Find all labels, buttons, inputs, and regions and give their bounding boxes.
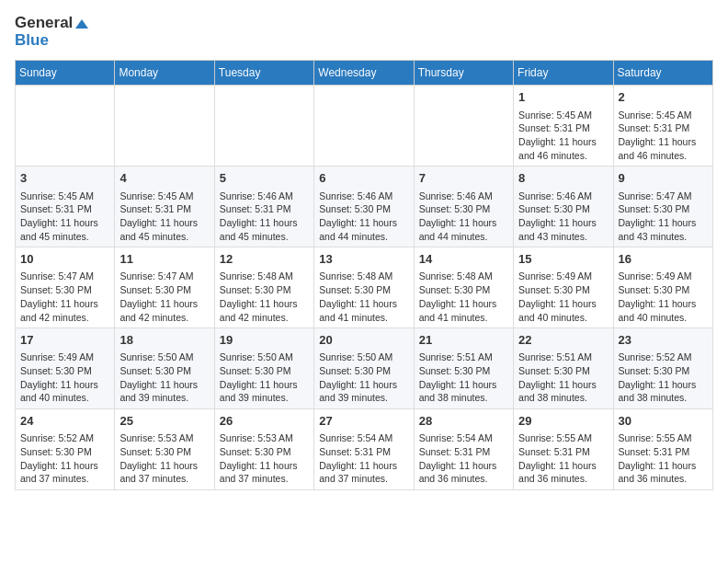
day-number: 19 xyxy=(220,332,309,349)
calendar-day: 15Sunrise: 5:49 AMSunset: 5:30 PMDayligh… xyxy=(514,247,613,328)
calendar-day: 9Sunrise: 5:47 AMSunset: 5:30 PMDaylight… xyxy=(613,167,712,247)
calendar-day: 3Sunrise: 5:45 AMSunset: 5:31 PMDaylight… xyxy=(16,167,115,247)
day-info: Sunset: 5:31 PM xyxy=(619,445,708,459)
day-info: Daylight: 11 hours and 44 minutes. xyxy=(319,216,408,243)
day-info: Sunset: 5:30 PM xyxy=(518,202,608,216)
day-info: Sunset: 5:30 PM xyxy=(619,202,708,216)
day-info: Sunrise: 5:48 AM xyxy=(419,270,508,283)
day-info: Sunrise: 5:46 AM xyxy=(220,190,309,203)
day-info: Daylight: 11 hours and 38 minutes. xyxy=(619,378,708,405)
day-info: Daylight: 11 hours and 46 minutes. xyxy=(518,135,608,162)
day-info: Sunset: 5:30 PM xyxy=(319,202,408,216)
day-info: Sunset: 5:31 PM xyxy=(419,445,508,459)
calendar-day: 5Sunrise: 5:46 AMSunset: 5:31 PMDaylight… xyxy=(214,167,313,247)
day-info: Sunset: 5:30 PM xyxy=(419,283,508,297)
day-number: 6 xyxy=(319,170,408,187)
calendar-day: 12Sunrise: 5:48 AMSunset: 5:30 PMDayligh… xyxy=(214,247,313,328)
day-info: Daylight: 11 hours and 42 minutes. xyxy=(220,297,309,324)
calendar-day xyxy=(214,86,313,167)
day-info: Sunrise: 5:54 AM xyxy=(319,431,408,445)
weekday-header-thursday: Thursday xyxy=(414,61,513,86)
day-info: Daylight: 11 hours and 36 minutes. xyxy=(518,459,608,486)
day-info: Sunrise: 5:55 AM xyxy=(619,431,708,445)
day-number: 30 xyxy=(619,413,708,430)
calendar-day: 20Sunrise: 5:50 AMSunset: 5:30 PMDayligh… xyxy=(314,328,414,409)
day-info: Sunset: 5:31 PM xyxy=(518,445,608,459)
day-info: Sunset: 5:31 PM xyxy=(220,202,309,216)
day-info: Sunset: 5:31 PM xyxy=(619,121,708,135)
calendar-week-3: 17Sunrise: 5:49 AMSunset: 5:30 PMDayligh… xyxy=(16,328,713,409)
day-info: Sunrise: 5:49 AM xyxy=(518,270,608,283)
day-info: Sunset: 5:30 PM xyxy=(220,283,309,297)
day-info: Sunrise: 5:46 AM xyxy=(319,190,408,203)
weekday-header-sunday: Sunday xyxy=(16,61,115,86)
day-info: Sunset: 5:30 PM xyxy=(419,364,508,378)
day-info: Sunset: 5:30 PM xyxy=(20,445,109,459)
calendar-day xyxy=(16,86,115,167)
day-number: 5 xyxy=(220,170,309,187)
calendar-day xyxy=(115,86,214,167)
day-info: Daylight: 11 hours and 40 minutes. xyxy=(518,297,608,324)
day-info: Sunrise: 5:51 AM xyxy=(419,350,508,364)
day-info: Sunset: 5:30 PM xyxy=(518,364,608,378)
calendar-day: 23Sunrise: 5:52 AMSunset: 5:30 PMDayligh… xyxy=(613,328,712,409)
day-number: 15 xyxy=(518,251,608,268)
calendar-day: 28Sunrise: 5:54 AMSunset: 5:31 PMDayligh… xyxy=(414,409,513,490)
day-info: Daylight: 11 hours and 39 minutes. xyxy=(119,378,209,405)
day-info: Sunrise: 5:45 AM xyxy=(20,190,109,203)
day-info: Sunset: 5:30 PM xyxy=(119,283,209,297)
day-info: Daylight: 11 hours and 38 minutes. xyxy=(419,378,508,405)
day-number: 24 xyxy=(20,413,109,430)
day-info: Sunrise: 5:46 AM xyxy=(518,190,608,203)
page-header: General Blue xyxy=(15,15,713,49)
day-info: Sunrise: 5:52 AM xyxy=(20,431,109,445)
calendar-day: 8Sunrise: 5:46 AMSunset: 5:30 PMDaylight… xyxy=(514,167,613,247)
day-info: Daylight: 11 hours and 45 minutes. xyxy=(20,216,109,243)
calendar-day: 13Sunrise: 5:48 AMSunset: 5:30 PMDayligh… xyxy=(314,247,414,328)
day-info: Sunrise: 5:51 AM xyxy=(518,350,608,364)
day-info: Daylight: 11 hours and 41 minutes. xyxy=(419,297,508,324)
day-info: Sunset: 5:30 PM xyxy=(619,364,708,378)
calendar-day: 11Sunrise: 5:47 AMSunset: 5:30 PMDayligh… xyxy=(115,247,214,328)
calendar-day xyxy=(314,86,414,167)
day-number: 10 xyxy=(20,251,109,268)
day-number: 23 xyxy=(619,332,708,349)
calendar-day: 14Sunrise: 5:48 AMSunset: 5:30 PMDayligh… xyxy=(414,247,513,328)
day-info: Sunset: 5:31 PM xyxy=(20,202,109,216)
day-info: Sunrise: 5:45 AM xyxy=(518,109,608,122)
day-info: Sunset: 5:30 PM xyxy=(319,364,408,378)
day-number: 2 xyxy=(619,89,708,106)
calendar-day: 16Sunrise: 5:49 AMSunset: 5:30 PMDayligh… xyxy=(613,247,712,328)
calendar-day: 7Sunrise: 5:46 AMSunset: 5:30 PMDaylight… xyxy=(414,167,513,247)
calendar-day: 26Sunrise: 5:53 AMSunset: 5:30 PMDayligh… xyxy=(214,409,313,490)
calendar-day: 2Sunrise: 5:45 AMSunset: 5:31 PMDaylight… xyxy=(613,86,712,167)
day-info: Sunrise: 5:48 AM xyxy=(319,270,408,283)
calendar-day: 4Sunrise: 5:45 AMSunset: 5:31 PMDaylight… xyxy=(115,167,214,247)
calendar-day: 24Sunrise: 5:52 AMSunset: 5:30 PMDayligh… xyxy=(16,409,115,490)
calendar-body: 1Sunrise: 5:45 AMSunset: 5:31 PMDaylight… xyxy=(16,86,713,490)
day-number: 16 xyxy=(619,251,708,268)
calendar-day xyxy=(414,86,513,167)
calendar-day: 19Sunrise: 5:50 AMSunset: 5:30 PMDayligh… xyxy=(214,328,313,409)
day-info: Daylight: 11 hours and 45 minutes. xyxy=(119,216,209,243)
day-info: Sunset: 5:30 PM xyxy=(619,283,708,297)
day-number: 3 xyxy=(20,170,109,187)
day-info: Daylight: 11 hours and 37 minutes. xyxy=(220,459,309,486)
day-number: 17 xyxy=(20,332,109,349)
day-info: Sunset: 5:30 PM xyxy=(20,364,109,378)
day-info: Sunset: 5:30 PM xyxy=(220,364,309,378)
day-number: 26 xyxy=(220,413,309,430)
calendar-day: 21Sunrise: 5:51 AMSunset: 5:30 PMDayligh… xyxy=(414,328,513,409)
day-info: Sunrise: 5:45 AM xyxy=(619,109,708,122)
day-info: Daylight: 11 hours and 45 minutes. xyxy=(220,216,309,243)
day-info: Sunset: 5:31 PM xyxy=(518,121,608,135)
day-info: Daylight: 11 hours and 40 minutes. xyxy=(20,378,109,405)
day-number: 21 xyxy=(419,332,508,349)
calendar-day: 22Sunrise: 5:51 AMSunset: 5:30 PMDayligh… xyxy=(514,328,613,409)
day-number: 7 xyxy=(419,170,508,187)
calendar-day: 29Sunrise: 5:55 AMSunset: 5:31 PMDayligh… xyxy=(514,409,613,490)
calendar-week-0: 1Sunrise: 5:45 AMSunset: 5:31 PMDaylight… xyxy=(16,86,713,167)
day-info: Daylight: 11 hours and 39 minutes. xyxy=(319,378,408,405)
day-number: 25 xyxy=(119,413,209,430)
day-info: Sunset: 5:30 PM xyxy=(119,445,209,459)
